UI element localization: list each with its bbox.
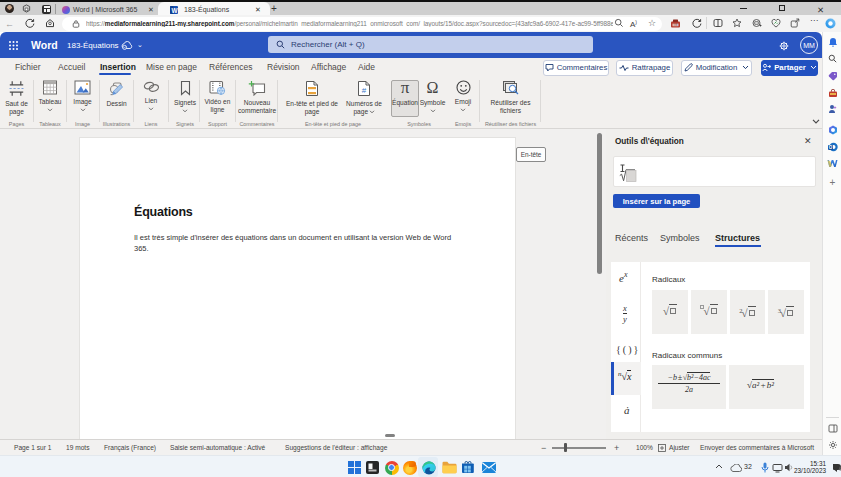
- svg-text:O: O: [828, 145, 832, 150]
- svg-text:WB: WB: [673, 23, 678, 27]
- svg-text:#: #: [362, 86, 367, 95]
- svg-text:W: W: [171, 6, 178, 13]
